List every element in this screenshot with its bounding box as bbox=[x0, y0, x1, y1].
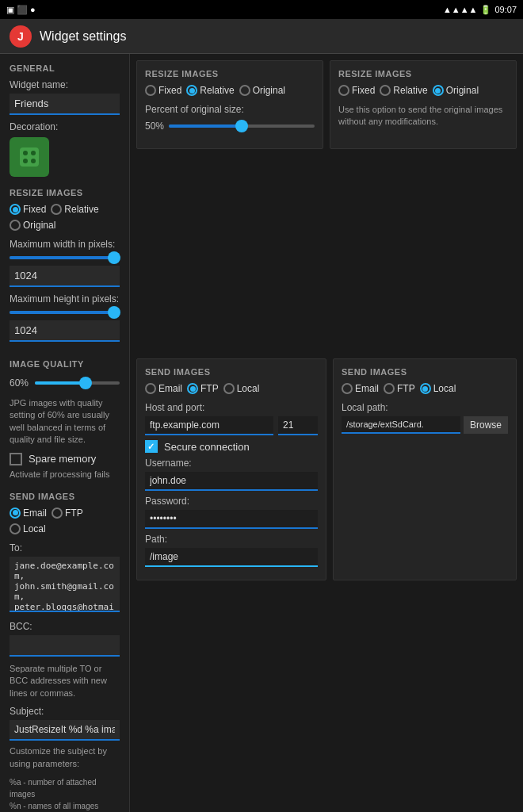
resize-relative-card: RESIZE IMAGES Fixed Relative Original bbox=[136, 60, 323, 149]
subject-label: Subject: bbox=[10, 706, 120, 717]
orig-original-radio[interactable]: Original bbox=[433, 85, 479, 96]
send-local-radio[interactable]: Local bbox=[10, 523, 46, 534]
orig-fixed-radio[interactable]: Fixed bbox=[338, 85, 375, 96]
local-local-circle bbox=[420, 383, 431, 394]
local-email-circle bbox=[342, 383, 353, 394]
ftp-ftp-radio[interactable]: FTP bbox=[187, 383, 219, 394]
top-card-row: RESIZE IMAGES Fixed Relative Original bbox=[136, 60, 517, 149]
send-ftp-title: SEND IMAGES bbox=[145, 367, 318, 377]
time-display: 09:07 bbox=[494, 5, 517, 14]
percent-value: 50% bbox=[145, 121, 164, 132]
ftp-email-label: Email bbox=[158, 383, 182, 394]
rel-relative-label: Relative bbox=[200, 85, 234, 96]
local-local-label: Local bbox=[433, 383, 456, 394]
orig-original-label: Original bbox=[446, 85, 479, 96]
bcc-hint: Separate multiple TO or BCC addresses wi… bbox=[10, 663, 120, 699]
rel-original-label: Original bbox=[253, 85, 285, 96]
status-icons: ▣ ⬛ ● bbox=[6, 5, 36, 15]
local-email-radio[interactable]: Email bbox=[342, 383, 379, 394]
resize-fixed-circle bbox=[10, 204, 21, 215]
username-label: Username: bbox=[145, 458, 318, 469]
send-section-title: SEND IMAGES bbox=[10, 492, 120, 501]
orig-relative-radio[interactable]: Relative bbox=[380, 85, 427, 96]
local-ftp-circle bbox=[384, 383, 395, 394]
page-title: Widget settings bbox=[40, 29, 126, 44]
svg-point-1 bbox=[23, 151, 28, 155]
local-ftp-radio[interactable]: FTP bbox=[384, 383, 415, 394]
left-panel: GENERAL Widget name: Decoration: RESIZE … bbox=[0, 54, 130, 812]
resize-relative-radio[interactable]: Relative bbox=[51, 204, 98, 215]
rel-fixed-radio[interactable]: Fixed bbox=[145, 85, 181, 96]
ftp-host-input[interactable] bbox=[145, 416, 273, 435]
svg-point-2 bbox=[31, 151, 36, 155]
local-path-input[interactable] bbox=[342, 416, 460, 434]
local-local-radio[interactable]: Local bbox=[420, 383, 456, 394]
bcc-input[interactable] bbox=[10, 635, 120, 657]
resize-relative-radio-group: Fixed Relative Original bbox=[145, 85, 315, 96]
decoration-icon[interactable] bbox=[10, 137, 49, 177]
svg-rect-0 bbox=[20, 147, 39, 167]
local-path-row: Browse bbox=[342, 416, 508, 434]
max-width-slider[interactable] bbox=[10, 256, 120, 259]
send-ftp-label: FTP bbox=[65, 508, 83, 519]
battery-icon: 🔋 bbox=[480, 5, 491, 15]
params-text: %a - number of attached images%n - names… bbox=[10, 776, 120, 812]
resize-original-radio-group: Fixed Relative Original bbox=[338, 85, 508, 96]
resize-relative-title: RESIZE IMAGES bbox=[145, 69, 315, 79]
send-email-circle bbox=[10, 508, 21, 519]
ftp-local-circle bbox=[223, 383, 235, 394]
local-email-label: Email bbox=[355, 383, 379, 394]
host-label: Host and port: bbox=[145, 402, 318, 413]
rel-relative-radio[interactable]: Relative bbox=[186, 85, 234, 96]
ftp-email-circle bbox=[145, 383, 156, 394]
ftp-password-input[interactable] bbox=[145, 510, 318, 529]
send-local-radio-group: Email FTP Local bbox=[342, 383, 508, 394]
svg-point-3 bbox=[23, 159, 28, 163]
to-input[interactable] bbox=[10, 557, 120, 612]
send-ftp-radio[interactable]: FTP bbox=[52, 508, 83, 519]
to-label: To: bbox=[10, 542, 120, 553]
ftp-ftp-circle bbox=[187, 383, 198, 394]
send-radio-group: Email FTP Local bbox=[10, 508, 120, 534]
resize-section-title: RESIZE IMAGES bbox=[10, 188, 120, 197]
subject-input[interactable] bbox=[10, 720, 120, 741]
percent-slider[interactable]: 50% bbox=[145, 118, 315, 134]
spare-memory-checkbox[interactable]: Spare memory bbox=[10, 453, 120, 465]
resize-relative-circle bbox=[51, 204, 62, 215]
widget-name-input[interactable] bbox=[10, 94, 120, 115]
secure-checkbox[interactable]: Secure connection bbox=[145, 440, 318, 453]
ftp-local-radio[interactable]: Local bbox=[223, 383, 260, 394]
ftp-path-input[interactable] bbox=[145, 548, 318, 567]
ftp-port-input[interactable] bbox=[278, 416, 318, 435]
orig-relative-circle bbox=[380, 85, 391, 96]
spare-memory-desc: Activate if processing fails bbox=[10, 469, 120, 481]
ftp-email-radio[interactable]: Email bbox=[145, 383, 182, 394]
send-ftp-radio-group: Email FTP Local bbox=[145, 383, 318, 394]
send-local-circle bbox=[10, 523, 21, 534]
resize-fixed-radio[interactable]: Fixed bbox=[10, 204, 46, 215]
browse-button[interactable]: Browse bbox=[464, 416, 508, 434]
send-local-title: SEND IMAGES bbox=[342, 367, 508, 377]
quality-slider[interactable]: 60% bbox=[10, 375, 120, 391]
max-height-input[interactable] bbox=[10, 320, 120, 342]
main-layout: GENERAL Widget name: Decoration: RESIZE … bbox=[0, 54, 523, 812]
status-bar-left: ▣ ⬛ ● bbox=[6, 5, 36, 15]
spare-memory-box bbox=[10, 453, 22, 465]
send-email-radio[interactable]: Email bbox=[10, 508, 47, 519]
max-width-input[interactable] bbox=[10, 266, 120, 287]
send-local-label: Local bbox=[23, 523, 46, 534]
resize-fixed-label: Fixed bbox=[23, 204, 46, 215]
resize-original-card: RESIZE IMAGES Fixed Relative Original bbox=[330, 60, 517, 149]
resize-radio-group: Fixed Relative Original bbox=[10, 204, 120, 231]
max-width-label: Maximum width in pixels: bbox=[10, 239, 120, 250]
spacer bbox=[136, 162, 517, 352]
secure-box bbox=[145, 440, 158, 453]
max-height-slider[interactable] bbox=[10, 311, 120, 314]
rel-original-radio[interactable]: Original bbox=[239, 85, 285, 96]
subject-hint: Customize the subject by using parameter… bbox=[10, 745, 120, 770]
ftp-username-input[interactable] bbox=[145, 472, 318, 491]
resize-original-radio[interactable]: Original bbox=[10, 220, 55, 231]
quality-desc: JPG images with quality setting of 60% a… bbox=[10, 397, 120, 446]
svg-point-4 bbox=[31, 159, 36, 163]
quality-section-title: IMAGE QUALITY bbox=[10, 359, 120, 369]
